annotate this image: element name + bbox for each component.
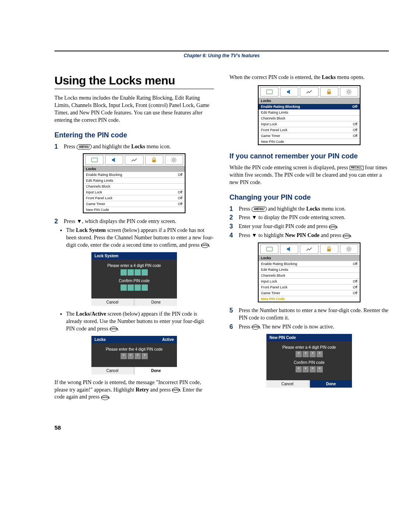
step-number: 1	[54, 143, 60, 150]
tab-setup-icon	[300, 87, 318, 97]
menu-row: Game TimerOff	[84, 201, 185, 207]
dlg-title: New PIN Code	[270, 335, 296, 340]
step1-text-a: Press	[64, 144, 77, 149]
forgot-pin-text: While the PIN code entering screen is di…	[229, 164, 389, 186]
dlg-msg: Please enter the 4 digit PIN code	[96, 347, 172, 351]
cancel-button[interactable]: Cancel	[91, 367, 133, 374]
pin-entry-cells	[96, 269, 172, 276]
intro-text: The Locks menu includes the Enable Ratin…	[54, 95, 214, 124]
lock-system-dialog: Lock System Please enter a 4 digit PIN c…	[91, 252, 177, 306]
tab-preferences-icon	[340, 244, 358, 254]
title-rule	[54, 89, 214, 89]
svg-point-2	[173, 159, 175, 161]
step1-text-b: and highlight the	[93, 144, 131, 149]
menu-row: New PIN Code	[259, 139, 360, 144]
tab-locks-icon	[320, 87, 338, 97]
tab-setup-icon	[300, 244, 318, 254]
tab-audio-icon	[105, 155, 123, 165]
menu-row: Edit Rating Limits	[84, 177, 185, 183]
cancel-button[interactable]: Cancel	[91, 298, 133, 306]
step1-locks: Locks	[131, 144, 145, 149]
page-title: Using the Locks menu	[54, 74, 214, 87]
tab-picture-icon	[85, 155, 103, 165]
svg-point-5	[348, 91, 350, 93]
changing-pin-heading: Changing your PIN code	[229, 193, 389, 202]
locks-menu-screenshot-3: Locks Enable Rating BlockingOff Edit Rat…	[258, 242, 360, 302]
menu-row: Channels Block	[259, 115, 360, 121]
menu-row: Front Panel LockOff	[259, 127, 360, 133]
pin-entry-cells: ****	[271, 351, 347, 357]
locks-active-dialog: Locks Active Please enter the 4 digit PI…	[91, 336, 177, 374]
menu-key-icon: MENU	[76, 144, 92, 149]
done-button[interactable]: Done	[310, 380, 352, 388]
step-number: 5	[229, 307, 235, 314]
cancel-button[interactable]: Cancel	[266, 380, 308, 388]
pin-confirm-cells: ****	[271, 366, 347, 372]
step-number: 3	[229, 223, 235, 230]
enter-key-icon: ENTER	[201, 243, 209, 248]
chapter-header: Chapter 6: Using the TV's features	[54, 51, 389, 58]
step-2: 2 Press ▼ to display the PIN code enteri…	[229, 214, 389, 221]
menu-row: Front Panel LockOff	[259, 284, 360, 290]
svg-rect-1	[152, 160, 156, 163]
menu-row: Game TimerOff	[259, 290, 360, 296]
tab-locks-icon	[320, 244, 338, 254]
menu-tab-bar	[259, 86, 360, 98]
step-number: 4	[229, 232, 235, 239]
tab-picture-icon	[260, 87, 278, 97]
step1-text-c: menu icon.	[147, 144, 171, 149]
step2-text: Press ▼, which displays the PIN code ent…	[64, 218, 214, 225]
step-2: 2 Press ▼, which displays the PIN code e…	[54, 218, 214, 225]
menu-row: New PIN Code	[84, 207, 185, 212]
menu-row: Front Panel LockOff	[84, 195, 185, 201]
svg-rect-0	[91, 158, 97, 162]
svg-rect-6	[266, 247, 272, 251]
step-number: 6	[229, 323, 235, 330]
menu-header: Locks	[259, 255, 360, 261]
step-number: 1	[229, 205, 235, 212]
enter-key-icon: ENTER	[252, 325, 259, 330]
bullet-lock-system: The Lock System screen (below) appears i…	[66, 227, 214, 249]
wrong-pin-text: If the wrong PIN code is entered, the me…	[54, 379, 214, 401]
enter-key-icon: ENTER	[329, 225, 337, 230]
menu-row: Enable Rating BlockingOff	[259, 261, 360, 267]
step-number: 2	[229, 214, 235, 221]
done-button[interactable]: Done	[135, 367, 177, 374]
tab-picture-icon	[260, 244, 278, 254]
tab-preferences-icon	[165, 155, 183, 165]
menu-row: Input LockOff	[259, 278, 360, 284]
svg-point-8	[348, 248, 350, 250]
tab-audio-icon	[280, 87, 298, 97]
right-top-text: When the correct PIN code is entered, th…	[229, 74, 389, 81]
dlg-title: Locks	[94, 337, 106, 342]
new-pin-dialog: New PIN Code Please enter a 4 digit PIN …	[266, 334, 352, 388]
done-button[interactable]: Done	[135, 298, 177, 306]
pin-confirm-cells	[96, 284, 172, 291]
menu-row: Channels Block	[84, 183, 185, 189]
recall-key-icon: RECALL	[350, 166, 364, 170]
dlg-title: Lock System	[94, 254, 119, 258]
dlg-msg2: Confirm PIN code	[271, 360, 347, 365]
menu-key-icon: MENU	[251, 207, 267, 212]
locks-menu-screenshot-1: Locks Enable Rating BlockingOff Edit Rat…	[83, 153, 186, 213]
locks-menu-screenshot-2: Locks Enable Rating BlockingOff Edit Rat…	[258, 85, 360, 145]
menu-row-selected: Enable Rating BlockingOff	[259, 104, 360, 109]
tab-preferences-icon	[340, 87, 358, 97]
dlg-msg2: Confirm PIN code	[96, 279, 172, 283]
enter-key-icon: ENTER	[343, 234, 350, 239]
dlg-msg1: Please enter a 4 digit PIN code	[96, 263, 172, 268]
svg-rect-7	[327, 249, 331, 251]
step-3: 3 Enter your four-digit PIN code and pre…	[229, 223, 389, 230]
entering-pin-heading: Entering the PIN code	[54, 131, 214, 139]
forgot-pin-heading: If you cannot remember your PIN code	[229, 152, 389, 160]
menu-row: Edit Rating Limits	[259, 109, 360, 115]
menu-row: Channels Block	[259, 272, 360, 278]
menu-tab-bar	[84, 154, 185, 166]
step-5: 5 Press the Number buttons to enter a ne…	[229, 307, 389, 322]
menu-row: Input LockOff	[259, 121, 360, 127]
step-number: 2	[54, 218, 60, 225]
svg-rect-3	[266, 90, 272, 94]
menu-tab-bar	[259, 243, 360, 255]
step-6: 6 Press ENTER. The new PIN code is now a…	[229, 323, 389, 331]
menu-row: Game TimerOff	[259, 133, 360, 139]
